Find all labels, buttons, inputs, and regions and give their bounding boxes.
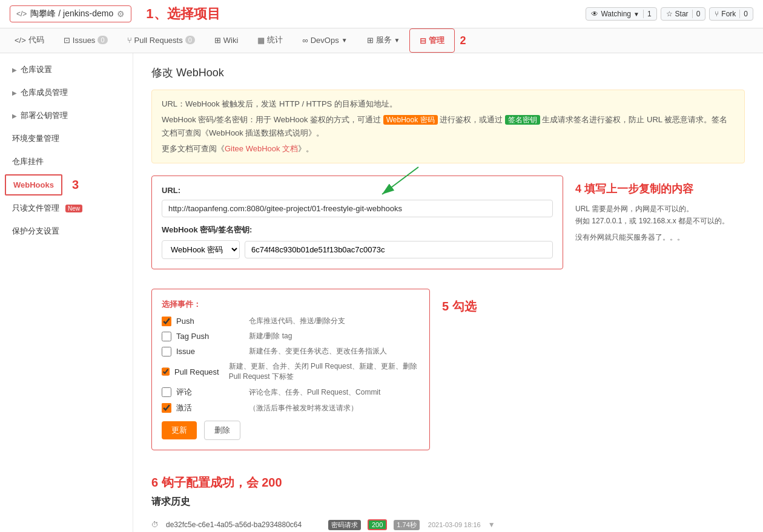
password-input[interactable] (245, 241, 553, 258)
event-name-issue: Issue (176, 347, 249, 356)
info-line3: 更多文档可查阅《Gitee WebHook 文档》。 (162, 142, 735, 156)
update-button[interactable]: 更新 (162, 421, 197, 439)
event-row-issue: Issue 新建任务、变更任务状态、更改任务指派人 (162, 346, 420, 356)
sidebar-label-members: 仓库成员管理 (21, 87, 68, 98)
fork-button[interactable]: ⑂ Fork 0 (709, 7, 753, 21)
sidebar-item-env-vars[interactable]: 环境变量管理 (0, 127, 133, 150)
step4-annotation: 4 填写上一步复制的内容 URL 需要是外网，内网是不可以的。 例如 127.0… (575, 176, 745, 279)
event-name-push: Push (176, 317, 249, 326)
checkbox-activate[interactable] (162, 403, 171, 413)
event-desc-tagpush: 新建/删除 tag (249, 331, 292, 341)
tag-sign-key: 签名密钥 (505, 115, 540, 125)
checkbox-tagpush[interactable] (162, 332, 171, 341)
tab-services[interactable]: ⊞ 服务 ▼ (357, 28, 410, 53)
url-note2: 例如 127.0.0.1，或 192.168.x.x 都是不可以的。 (575, 215, 745, 227)
date-1: 2021-03-09 18:16 (428, 521, 481, 528)
tab-issues-label: Issues (73, 36, 96, 45)
checkbox-push[interactable] (162, 317, 171, 326)
step3-label: 3 (72, 178, 79, 192)
history-table: ⏱ de32fc5e-c6e1-4a05-a56d-ba2934880c64 密… (151, 516, 745, 532)
watch-button[interactable]: 👁 Watching ▼ 1 (586, 7, 656, 21)
form-and-annotation: URL: WebHook 密码/签名密钥: WebHook 密码 签名密钥 (151, 176, 745, 279)
tab-devops[interactable]: ∞ DevOps ▼ (292, 30, 357, 52)
new-badge: New (65, 205, 82, 212)
sidebar-label-webhooks: WebHooks (13, 180, 54, 189)
arrow-svg (370, 164, 431, 200)
sidebar-item-webhooks[interactable]: WebHooks (5, 174, 62, 195)
devops-icon: ∞ (302, 36, 308, 45)
checkbox-comment[interactable] (162, 387, 171, 397)
password-label: WebHook 密码/签名密钥: (162, 225, 553, 235)
fork-icon: ⑂ (715, 10, 719, 18)
event-name-activate: 激活 (176, 402, 249, 413)
tab-code-label: 代码 (28, 34, 44, 45)
watch-label: Watching (601, 10, 631, 18)
tab-services-label: 服务 (376, 34, 392, 45)
sidebar-label-readonly: 只读文件管理 (12, 203, 59, 214)
sidebar-item-plugins[interactable]: 仓库挂件 (0, 150, 133, 173)
event-row-tagpush: Tag Push 新建/删除 tag (162, 331, 420, 341)
tab-stats[interactable]: ▦ 统计 (248, 28, 292, 53)
watch-count: 1 (643, 10, 652, 18)
events-title: 选择事件： (162, 299, 420, 310)
event-desc-pullreq: 新建、更新、合并、关闭 Pull Request、新建、更新、删除 Pull R… (229, 361, 420, 382)
sidebar-item-repo-settings[interactable]: ▶ 仓库设置 (0, 58, 133, 81)
step2-label: 2 (460, 34, 466, 47)
sidebar-label-plugins: 仓库挂件 (12, 156, 44, 167)
tag-status-1: 200 (368, 519, 387, 530)
step1-label: 1、选择项目 (146, 5, 220, 23)
tab-manage[interactable]: ⊟ 管理 (409, 28, 455, 53)
arrow-icon: ▶ (12, 67, 17, 73)
expand-1[interactable]: ▼ (488, 521, 495, 529)
checkbox-pullreq[interactable] (162, 367, 170, 376)
hash-1: de32fc5e-c6e1-4a05-a56d-ba2934880c64 (166, 521, 323, 529)
gitee-webhook-docs-link[interactable]: Gitee WebHook 文档 (225, 144, 298, 153)
sidebar-label-pubkeys: 部署公钥管理 (21, 110, 68, 121)
settings-icon[interactable]: ⚙ (117, 9, 125, 19)
tab-issues[interactable]: ⊡ Issues 0 (54, 30, 117, 52)
eye-icon: 👁 (591, 10, 598, 18)
event-row-push: Push 仓库推送代码、推送/删除分支 (162, 316, 420, 326)
sidebar-label-env-vars: 环境变量管理 (12, 133, 59, 144)
event-name-pullreq: Pull Request (174, 367, 229, 376)
url-note1: URL 需要是外网，内网是不可以的。 (575, 203, 745, 215)
event-name-comment: 评论 (176, 387, 249, 398)
sidebar-item-readonly[interactable]: 只读文件管理 New (0, 197, 133, 220)
fork-count: 0 (739, 10, 748, 18)
clock-icon-1: ⏱ (151, 521, 161, 529)
tab-wiki-label: Wiki (223, 36, 239, 45)
url-note3: 没有外网就只能买服务器了。。。 (575, 232, 745, 243)
step5-annotation: 5 勾选 (442, 289, 477, 462)
pulls-badge: 0 (185, 36, 195, 44)
tab-pulls-label: Pull Requests (134, 36, 183, 45)
info-line1: URL：WebHook 被触发后，发送 HTTP / HTTPS 的目标通知地址… (162, 97, 735, 111)
url-input[interactable] (162, 200, 553, 217)
repo-title[interactable]: </> 陶攀峰 / jenkins-demo ⚙ (10, 5, 131, 22)
issues-icon: ⊡ (64, 36, 70, 45)
events-and-step5: 选择事件： Push 仓库推送代码、推送/删除分支 Tag Push 新建/删除… (151, 289, 745, 462)
sidebar-item-branches[interactable]: 保护分支设置 (0, 220, 133, 243)
devops-arrow: ▼ (342, 37, 348, 44)
tab-code[interactable]: </> 代码 (5, 28, 54, 53)
sidebar-item-members[interactable]: ▶ 仓库成员管理 (0, 81, 133, 104)
tab-pulls[interactable]: ⑂ Pull Requests 0 (117, 30, 205, 52)
info-line2: WebHook 密码/签名密钥：用于 WebHook 鉴权的方式，可通过 Web… (162, 113, 735, 140)
sidebar-item-pubkeys[interactable]: ▶ 部署公钥管理 (0, 104, 133, 127)
form-buttons: 更新 删除 (162, 421, 420, 440)
step6-label: 6 钩子配置成功，会 200 (151, 475, 745, 491)
event-row-pullreq: Pull Request 新建、更新、合并、关闭 Pull Request、新建… (162, 361, 420, 382)
code-icon: </> (16, 10, 27, 18)
arrow-icon-pubkeys: ▶ (12, 113, 17, 119)
url-label: URL: (162, 186, 553, 195)
tab-wiki[interactable]: ⊞ Wiki (205, 30, 248, 52)
repo-name: 陶攀峰 / jenkins-demo (30, 8, 113, 19)
form-section: URL: WebHook 密码/签名密钥: WebHook 密码 签名密钥 (151, 176, 563, 269)
tag-type-1: 密码请求 (328, 520, 361, 530)
header-actions: 👁 Watching ▼ 1 ☆ Star 0 ⑂ Fork 0 (586, 7, 753, 21)
delete-button[interactable]: 删除 (204, 421, 240, 440)
tab-stats-label: 统计 (267, 34, 283, 45)
star-button[interactable]: ☆ Star 0 (661, 7, 706, 21)
checkbox-issue[interactable] (162, 347, 171, 356)
password-type-select[interactable]: WebHook 密码 签名密钥 (162, 240, 240, 259)
sidebar-label-branches: 保护分支设置 (12, 226, 59, 237)
